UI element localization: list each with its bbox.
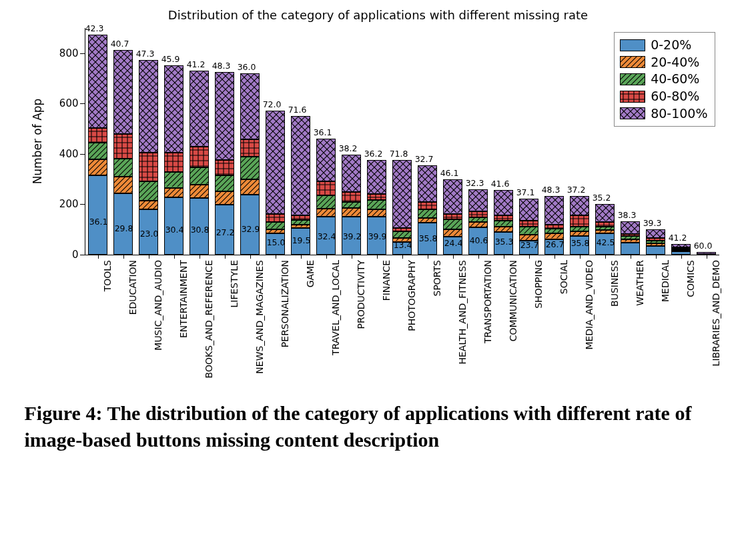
svg-rect-62 (444, 215, 462, 219)
bar-segment (139, 153, 159, 181)
x-tick (428, 255, 428, 259)
bar-segment (215, 191, 235, 205)
y-tick-label: 0 (52, 249, 79, 261)
svg-rect-61 (444, 220, 462, 229)
bar-top-label: 36.0 (238, 62, 256, 72)
bar-segment (190, 167, 210, 185)
svg-rect-66 (469, 212, 488, 217)
svg-rect-60 (444, 230, 462, 236)
bar-segment (291, 220, 311, 225)
svg-rect-5 (89, 143, 107, 159)
bar-bottom-label: 27.2 (216, 227, 235, 237)
y-tick (80, 255, 85, 255)
svg-rect-4 (89, 160, 107, 175)
svg-rect-97 (672, 249, 691, 250)
bar-segment (240, 179, 260, 195)
svg-rect-51 (368, 161, 386, 193)
bar-segment (88, 128, 108, 143)
y-tick-label: 600 (52, 97, 79, 109)
bar-segment (392, 228, 412, 231)
bar-top-label: 36.1 (314, 127, 332, 137)
bar-segment (646, 243, 666, 246)
y-tick-label: 400 (52, 148, 79, 160)
x-tick (580, 255, 581, 259)
bar-segment (443, 229, 463, 237)
y-axis-label: Number of App (31, 99, 44, 185)
svg-rect-95 (647, 230, 665, 237)
svg-rect-59 (418, 166, 437, 201)
svg-rect-94 (647, 239, 665, 240)
svg-rect-45 (342, 203, 361, 207)
x-tick-label: MEDICAL (660, 260, 671, 302)
bar-segment (621, 234, 641, 237)
svg-rect-80 (571, 232, 589, 235)
bar-top-label: 72.0 (263, 99, 282, 109)
x-tick (250, 255, 251, 259)
bar-segment (646, 238, 666, 241)
bar-top-label: 48.3 (542, 185, 560, 195)
bar-segment (671, 244, 691, 247)
svg-rect-90 (621, 235, 640, 236)
x-tick-label: PERSONALIZATION (280, 260, 290, 347)
bar-segment (240, 73, 260, 139)
svg-rect-58 (418, 203, 437, 209)
svg-rect-25 (216, 176, 234, 191)
y-tick-label: 800 (52, 47, 79, 59)
legend-label: 0-20% (651, 37, 691, 54)
svg-rect-87 (596, 205, 615, 221)
bar-segment (418, 165, 438, 202)
bar-segment (468, 211, 488, 217)
svg-rect-85 (596, 227, 615, 229)
bar-segment (316, 139, 336, 181)
x-tick-label: GAME (305, 260, 316, 287)
x-tick (707, 255, 707, 259)
svg-rect-36 (292, 225, 310, 227)
x-tick-label: TRAVEL_AND_LOCAL (330, 260, 341, 355)
svg-rect-38 (292, 216, 310, 219)
x-tick-label: BUSINESS (609, 260, 620, 307)
x-tick-label: WEATHER (635, 260, 645, 306)
bar-segment (240, 157, 260, 179)
bar-segment (570, 227, 590, 231)
bar-segment (342, 192, 362, 202)
x-tick-label: HEALTH_AND_FITNESS (457, 260, 468, 365)
bar-bottom-label: 23.0 (140, 229, 159, 239)
x-tick-label: PRODUCTIVITY (356, 260, 366, 329)
bar-segment (468, 189, 488, 211)
bar-bottom-label: 32.9 (242, 224, 260, 234)
bar-bottom-label: 29.8 (115, 223, 133, 233)
bar-segment (468, 217, 488, 222)
svg-rect-81 (571, 227, 589, 231)
bar-segment (367, 160, 387, 194)
bar-segment (494, 221, 514, 226)
x-tick-label: SHOPPING (533, 260, 544, 309)
bar-segment (190, 185, 210, 198)
svg-rect-40 (317, 209, 336, 216)
bar-top-label: 37.2 (567, 185, 586, 195)
bar-segment (215, 72, 235, 160)
svg-rect-83 (571, 197, 589, 215)
bar-top-label: 46.1 (440, 168, 459, 178)
bar-segment (113, 177, 133, 193)
x-tick-label: ENTERTAINMENT (178, 260, 189, 338)
legend-swatch (620, 56, 645, 68)
svg-rect-2 (621, 91, 645, 102)
bar-segment (544, 225, 564, 229)
svg-rect-37 (292, 221, 310, 225)
svg-rect-43 (317, 139, 336, 181)
bar-segment (494, 215, 514, 221)
x-tick-label: PHOTOGRAPHY (406, 260, 417, 331)
bar-segment (570, 215, 590, 227)
svg-rect-69 (494, 221, 513, 225)
x-tick (276, 255, 276, 259)
svg-rect-99 (672, 245, 691, 247)
bar-segment (519, 227, 539, 234)
bar-segment (266, 222, 286, 229)
x-tick-label: LIBRARIES_AND_DEMO (711, 260, 721, 366)
bar-top-label: 41.2 (187, 59, 206, 69)
bar-segment (519, 199, 539, 221)
svg-rect-3 (621, 108, 645, 119)
bar-segment (316, 195, 336, 209)
bar-segment (240, 139, 260, 157)
bar-segment (139, 181, 159, 201)
